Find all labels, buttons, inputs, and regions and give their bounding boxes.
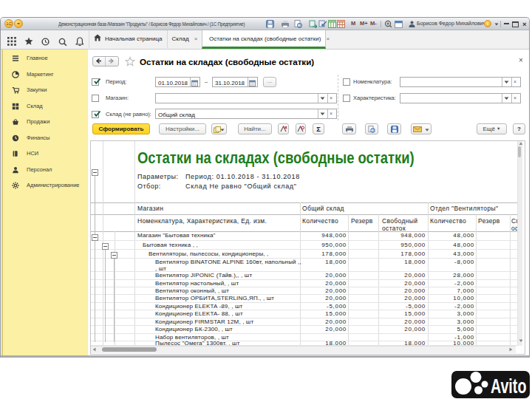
svg-text:Avito: Avito [491,375,527,398]
